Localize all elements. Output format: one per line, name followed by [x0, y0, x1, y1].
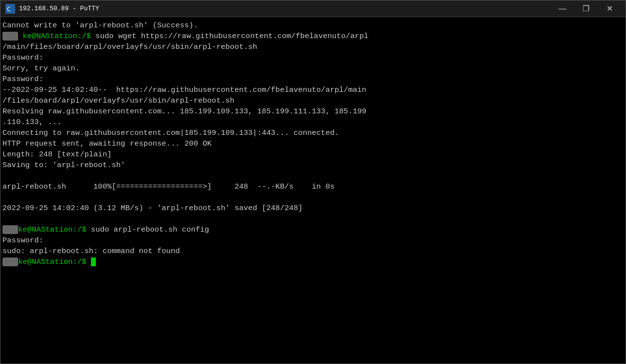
- terminal-line-12: HTTP request sent, awaiting response... …: [2, 138, 624, 149]
- terminal-line-11: Connecting to raw.githubusercontent.com|…: [2, 128, 624, 138]
- titlebar: C 192.168.50.89 - PuTTY — ❐ ✕: [0, 0, 626, 17]
- terminal-line-4: Password:: [2, 52, 624, 63]
- window-controls: — ❐ ✕: [551, 0, 621, 17]
- terminal-line-3: /main/files/board/arpl/overlayfs/usr/sbi…: [2, 42, 624, 52]
- terminal-line-1: Cannot write to 'arpl-reboot.sh' (Succes…: [2, 20, 624, 31]
- terminal-line-10: .110.133, ...: [2, 117, 624, 128]
- avatar2: [2, 225, 18, 234]
- terminal-line-5: Sorry, try again.: [2, 63, 624, 74]
- window-title: 192.168.50.89 - PuTTY: [19, 5, 551, 12]
- terminal-line-9: Resolving raw.githubusercontent.com... 1…: [2, 106, 624, 117]
- minimize-button[interactable]: —: [551, 0, 574, 17]
- terminal-line-blank2: [2, 192, 624, 203]
- terminal-line-13: Length: 248 [text/plain]: [2, 149, 624, 160]
- terminal-body[interactable]: Cannot write to 'arpl-reboot.sh' (Succes…: [0, 17, 626, 364]
- terminal-line-7: --2022-09-25 14:02:40-- https://raw.gith…: [2, 85, 624, 95]
- terminal-line-8: /files/board/arpl/overlayfs/usr/sbin/arp…: [2, 95, 624, 106]
- terminal-line-19: sudo: arpl-reboot.sh: command not found: [2, 246, 624, 257]
- svg-text:C: C: [7, 5, 11, 13]
- terminal-line-17: ke@NAStation:/$ sudo arpl-reboot.sh conf…: [2, 224, 624, 235]
- terminal-line-blank3: [2, 214, 624, 224]
- maximize-button[interactable]: ❐: [575, 0, 597, 17]
- terminal-line-18: Password:: [2, 235, 624, 246]
- terminal-line-14: Saving to: 'arpl-reboot.sh': [2, 160, 624, 171]
- close-button[interactable]: ✕: [598, 0, 621, 17]
- avatar: [2, 32, 18, 41]
- terminal-line-6: Password:: [2, 74, 624, 85]
- terminal-line-20: ke@NAStation:/$: [2, 257, 624, 267]
- terminal-cursor: [91, 257, 96, 266]
- putty-window: C 192.168.50.89 - PuTTY — ❐ ✕ Cannot wri…: [0, 0, 626, 364]
- avatar3: [2, 257, 18, 266]
- terminal-line-16: 2022-09-25 14:02:40 (3.12 MB/s) - 'arpl-…: [2, 203, 624, 214]
- putty-icon: C: [5, 4, 15, 14]
- terminal-line-15: arpl-reboot.sh 100%[===================>…: [2, 181, 624, 192]
- terminal-line-blank1: [2, 171, 624, 181]
- terminal-line-2: ke@NAStation:/$ sudo wget https://raw.gi…: [2, 31, 624, 42]
